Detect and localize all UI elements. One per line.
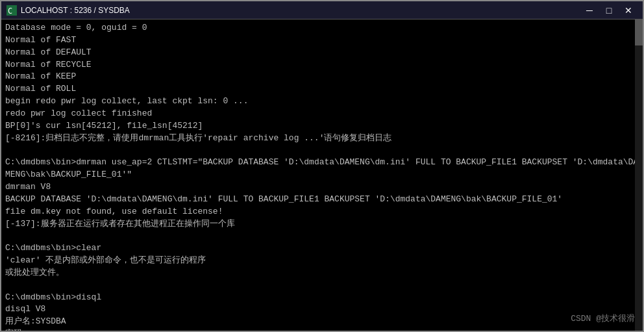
svg-text:C: C	[8, 6, 12, 16]
console-line: C:\dmdbms\bin>clear	[5, 242, 639, 255]
scrollbar-thumb[interactable]	[635, 19, 643, 45]
console-line: C:\dmdbms\bin>disql	[5, 292, 639, 304]
console-line: Normal of DEFAULT	[5, 47, 639, 59]
console-line: Normal of FAST	[5, 34, 639, 47]
console-line: dmrman V8	[5, 181, 639, 194]
scrollbar[interactable]	[635, 19, 643, 331]
console-line	[5, 144, 639, 157]
console-lines: Database mode = 0, oguid = 0Normal of FA…	[5, 22, 639, 331]
console-line: Database mode = 0, oguid = 0	[5, 22, 639, 34]
console-line: Normal of ROLL	[5, 83, 639, 96]
console-line: [-8216]:归档日志不完整，请使用dmrman工具执行'repair arc…	[5, 133, 639, 145]
console-line: Normal of KEEP	[5, 71, 639, 83]
terminal-icon: C	[6, 5, 17, 16]
console-line: 'clear' 不是内部或外部命令，也不是可运行的程序	[5, 255, 639, 267]
console-line: 用户名:SYSDBA	[5, 316, 639, 328]
console-line: 或批处理文件。	[5, 267, 639, 279]
console-line: [-137]:服务器正在运行或者存在其他进程正在操作同一个库	[5, 218, 639, 231]
console-line	[5, 279, 639, 292]
terminal-window: C LOCALHOST : 5236 / SYSDBA ─ □ ✕ Databa…	[0, 0, 644, 332]
console-line: Normal of RECYCLE	[5, 59, 639, 71]
console-line: redo pwr log collect finished	[5, 108, 639, 120]
title-bar-left: C LOCALHOST : 5236 / SYSDBA	[6, 5, 130, 16]
console-line: begin redo pwr log collect, last ckpt ls…	[5, 96, 639, 108]
window-title: LOCALHOST : 5236 / SYSDBA	[21, 6, 130, 15]
maximize-button[interactable]: □	[600, 3, 618, 18]
title-bar: C LOCALHOST : 5236 / SYSDBA ─ □ ✕	[1, 1, 643, 19]
minimize-button[interactable]: ─	[580, 3, 599, 18]
console-line: BP[0]'s cur lsn[45212], file_lsn[45212]	[5, 120, 639, 133]
console-line: file dm.key not found, use default licen…	[5, 206, 639, 218]
console-line: BACKUP DATABASE 'D:\dmdata\DAMENG\dm.ini…	[5, 194, 639, 206]
close-button[interactable]: ✕	[619, 3, 638, 18]
watermark: CSDN @技术很滑	[571, 313, 635, 326]
title-bar-controls: ─ □ ✕	[580, 3, 638, 18]
console-output: Database mode = 0, oguid = 0Normal of FA…	[1, 19, 643, 331]
console-line: disql V8	[5, 303, 639, 316]
console-line: 密码:	[5, 328, 639, 331]
console-line: C:\dmdbms\bin>dmrman use_ap=2 CTLSTMT="B…	[5, 157, 639, 181]
console-line	[5, 230, 639, 242]
